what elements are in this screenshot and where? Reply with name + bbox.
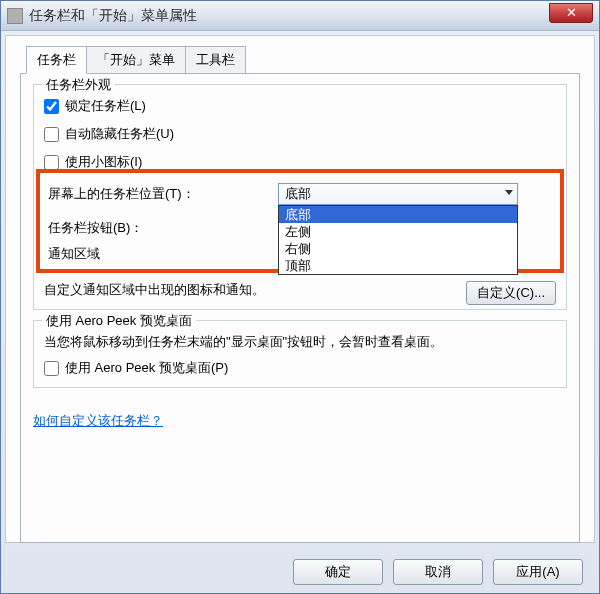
aero-peek-checkbox[interactable] — [44, 361, 59, 376]
autohide-row: 自动隐藏任务栏(U) — [44, 125, 556, 143]
tab-toolbars[interactable]: 工具栏 — [185, 46, 246, 74]
notify-desc: 自定义通知区域中出现的图标和通知。 — [44, 281, 265, 299]
location-dropdown: 底部 左侧 右侧 顶部 — [278, 205, 518, 275]
location-combobox[interactable]: 底部 底部 左侧 右侧 顶部 — [278, 183, 518, 205]
appearance-group: 任务栏外观 锁定任务栏(L) 自动隐藏任务栏(U) 使用小图标(I) 屏幕上的任… — [33, 84, 567, 310]
tab-start-menu[interactable]: 「开始」菜单 — [86, 46, 186, 74]
customize-button[interactable]: 自定义(C)... — [466, 281, 556, 305]
window-title: 任务栏和「开始」菜单属性 — [29, 7, 197, 25]
ok-button[interactable]: 确定 — [293, 559, 383, 585]
apply-button[interactable]: 应用(A) — [493, 559, 583, 585]
appearance-group-title: 任务栏外观 — [42, 76, 115, 94]
close-button[interactable]: ✕ — [549, 3, 593, 23]
aero-checkbox-row: 使用 Aero Peek 预览桌面(P) — [44, 359, 556, 377]
autohide-label: 自动隐藏任务栏(U) — [65, 125, 174, 143]
location-label: 屏幕上的任务栏位置(T)： — [48, 185, 278, 203]
notify-row: 自定义通知区域中出现的图标和通知。 自定义(C)... — [44, 281, 556, 305]
location-option-top[interactable]: 顶部 — [279, 257, 517, 274]
tab-taskbar[interactable]: 任务栏 — [26, 46, 87, 74]
help-link[interactable]: 如何自定义该任务栏？ — [33, 413, 163, 428]
location-selected-value: 底部 — [285, 185, 311, 203]
titlebar[interactable]: 任务栏和「开始」菜单属性 ✕ — [1, 1, 599, 31]
chevron-down-icon — [505, 190, 513, 195]
autohide-checkbox[interactable] — [44, 127, 59, 142]
tab-panel: 任务栏外观 锁定任务栏(L) 自动隐藏任务栏(U) 使用小图标(I) 屏幕上的任… — [20, 73, 580, 543]
small-icons-checkbox[interactable] — [44, 155, 59, 170]
properties-window: 任务栏和「开始」菜单属性 ✕ 任务栏 「开始」菜单 工具栏 任务栏外观 锁定任务… — [0, 0, 600, 594]
cancel-button[interactable]: 取消 — [393, 559, 483, 585]
aero-group-title: 使用 Aero Peek 预览桌面 — [42, 312, 196, 330]
location-option-bottom[interactable]: 底部 — [279, 206, 517, 223]
dialog-buttons: 确定 取消 应用(A) — [293, 559, 583, 585]
location-row: 屏幕上的任务栏位置(T)： 底部 底部 左侧 右侧 顶部 — [48, 183, 552, 205]
lock-taskbar-row: 锁定任务栏(L) — [44, 97, 556, 115]
tab-strip: 任务栏 「开始」菜单 工具栏 — [26, 46, 580, 74]
highlight-annotation: 屏幕上的任务栏位置(T)： 底部 底部 左侧 右侧 顶部 — [36, 169, 564, 273]
buttons-label: 任务栏按钮(B)： — [48, 219, 278, 237]
location-option-right[interactable]: 右侧 — [279, 240, 517, 257]
dialog-content: 任务栏 「开始」菜单 工具栏 任务栏外观 锁定任务栏(L) 自动隐藏任务栏(U)… — [5, 35, 595, 543]
lock-taskbar-label: 锁定任务栏(L) — [65, 97, 146, 115]
aero-peek-label: 使用 Aero Peek 预览桌面(P) — [65, 359, 228, 377]
aero-group: 使用 Aero Peek 预览桌面 当您将鼠标移动到任务栏末端的"显示桌面"按钮… — [33, 320, 567, 388]
lock-taskbar-checkbox[interactable] — [44, 99, 59, 114]
window-icon — [7, 8, 23, 24]
aero-desc: 当您将鼠标移动到任务栏末端的"显示桌面"按钮时，会暂时查看桌面。 — [44, 333, 556, 351]
location-option-left[interactable]: 左侧 — [279, 223, 517, 240]
close-icon: ✕ — [566, 5, 577, 20]
